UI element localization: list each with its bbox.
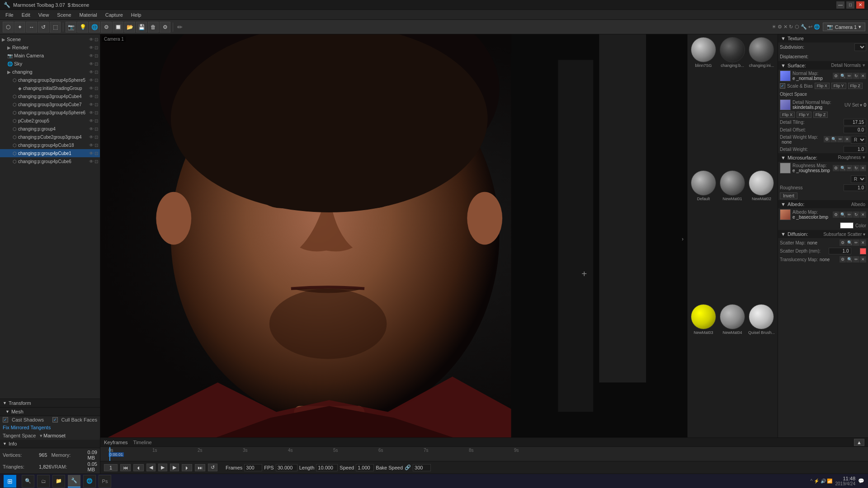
- eye-icon[interactable]: 👁: [89, 110, 94, 115]
- taskbar-marmoset[interactable]: 🔧: [68, 475, 80, 488]
- vis-icon[interactable]: ⊡: [94, 151, 98, 156]
- eye-icon[interactable]: 👁: [89, 37, 94, 42]
- viewport[interactable]: + Camera 1 ›: [100, 34, 687, 437]
- toolbar-btn-13[interactable]: 🗑: [148, 22, 159, 33]
- detail-weight-input[interactable]: [844, 146, 866, 153]
- mat-sphere-newmat03[interactable]: [691, 304, 716, 329]
- eye-icon[interactable]: 👁: [89, 61, 94, 66]
- skip-end-btn[interactable]: ⏭: [195, 464, 205, 471]
- bake-speed-input[interactable]: [413, 464, 431, 471]
- mat-sphere-newmat02[interactable]: [749, 170, 774, 196]
- fix-mirrored-row[interactable]: Fix Mirrored Tangents: [0, 423, 100, 432]
- normal-reload-btn[interactable]: ↻: [853, 73, 859, 79]
- frames-input[interactable]: 300: [244, 464, 262, 471]
- length-input[interactable]: [316, 464, 338, 471]
- vis-icon[interactable]: ⊡: [94, 127, 98, 131]
- play-btn[interactable]: ▶: [158, 464, 167, 471]
- albedo-section-header[interactable]: ▼ Albedo: Albedo: [778, 200, 868, 208]
- roughness-settings-btn[interactable]: ⚙: [833, 165, 839, 171]
- scatter-depth-input[interactable]: [829, 248, 851, 254]
- albedo-color-swatch[interactable]: [840, 222, 854, 229]
- cast-shadows-checkbox[interactable]: [3, 417, 8, 422]
- translucency-clear-btn[interactable]: ✕: [860, 256, 866, 263]
- tree-item-pcube2[interactable]: ⬡ pCube2:group5 👁 ⊡: [0, 117, 100, 125]
- timeline-expand-btn[interactable]: ▲: [854, 439, 864, 446]
- tree-item-sky[interactable]: 🌐 Sky 👁 ⊡: [0, 60, 100, 68]
- detail-normal-swatch[interactable]: [780, 99, 791, 110]
- tree-item-cube18[interactable]: ⬡ changing:p:group4pCube18 👁 ⊡: [0, 141, 100, 149]
- toolbar-btn-6[interactable]: 📷: [66, 22, 76, 33]
- vis-icon[interactable]: ⊡: [94, 78, 98, 83]
- eye-icon[interactable]: 👁: [89, 78, 94, 83]
- vis-icon[interactable]: ⊡: [94, 37, 98, 42]
- toolbar-btn-5[interactable]: ⬚: [50, 22, 61, 33]
- prev-frame-btn[interactable]: ⏴: [133, 464, 144, 471]
- texture-section-header[interactable]: ▼ Texture: [778, 34, 868, 42]
- flip-z-btn[interactable]: Flip Z: [848, 83, 863, 89]
- roughness-pick-btn[interactable]: 🔍: [840, 165, 846, 171]
- vis-icon[interactable]: ⊡: [94, 110, 98, 115]
- mat-sphere-quisel[interactable]: [749, 304, 774, 329]
- eye-icon[interactable]: 👁: [89, 151, 94, 156]
- scatter-pick-btn[interactable]: 🔍: [846, 239, 853, 246]
- detail-flip-x-btn[interactable]: Flip X: [780, 112, 795, 118]
- scatter-edit-btn[interactable]: ✏: [853, 239, 859, 246]
- uv-set-label[interactable]: UV Set ▾: [844, 103, 862, 108]
- weight-settings-btn[interactable]: ⚙: [824, 136, 830, 142]
- weight-clear-btn[interactable]: ✕: [844, 136, 850, 142]
- mat-item-blinn[interactable]: blinn7SG: [689, 36, 717, 169]
- notification-btn[interactable]: 💬: [858, 478, 864, 484]
- taskbar-files[interactable]: 📁: [52, 475, 65, 488]
- skip-start-btn[interactable]: ⏮: [120, 464, 131, 471]
- tree-item-sphere5[interactable]: ⬡ changing:group3group4pSphere5 👁 ⊡: [0, 76, 100, 84]
- eye-icon[interactable]: 👁: [89, 127, 94, 131]
- tree-item-cube1[interactable]: ⬡ changing:p:group4pCube1 👁 ⊡: [0, 149, 100, 157]
- start-button[interactable]: ⊞: [4, 475, 16, 488]
- tree-item-render[interactable]: ▶ Render 👁 ⊡: [0, 43, 100, 52]
- detail-tiling-input[interactable]: [844, 119, 866, 126]
- mat-sphere-changingini[interactable]: [749, 37, 774, 62]
- surface-section-header[interactable]: ▼ Surface: Detail Normals ▾: [778, 61, 868, 70]
- microsurface-section-header[interactable]: ▼ Microsurface: Roughness ▾: [778, 153, 868, 162]
- camera-selector[interactable]: 📷 Camera 1 ▾: [823, 23, 865, 31]
- eye-icon[interactable]: 👁: [89, 86, 94, 91]
- eye-icon[interactable]: 👁: [89, 143, 94, 148]
- diffusion-section-header[interactable]: ▼ Diffusion: Subsurface Scatter ▾: [778, 230, 868, 238]
- eye-icon[interactable]: 👁: [89, 94, 94, 99]
- detail-flip-z-btn[interactable]: Flip Z: [813, 112, 828, 118]
- vis-icon[interactable]: ⊡: [94, 45, 98, 50]
- vis-icon[interactable]: ⊡: [94, 53, 98, 58]
- eye-icon[interactable]: 👁: [89, 45, 94, 50]
- toolbar-btn-8[interactable]: 🌐: [89, 22, 100, 33]
- step-back-btn[interactable]: ◀: [146, 464, 156, 471]
- mat-item-newmat04[interactable]: NewMat04: [718, 303, 746, 436]
- invert-button[interactable]: Invert: [780, 192, 797, 199]
- mat-item-newmat03[interactable]: NewMat03: [689, 303, 717, 436]
- normal-settings-btn[interactable]: ⚙: [833, 73, 839, 79]
- frame-input-btn[interactable]: 1: [104, 464, 118, 471]
- tree-item-sphere6[interactable]: ⬡ changing:group3group4pSphere6 👁 ⊡: [0, 108, 100, 117]
- vis-icon[interactable]: ⊡: [94, 102, 98, 107]
- mat-sphere-newmat04[interactable]: [720, 304, 745, 329]
- normal-map-swatch[interactable]: [780, 70, 791, 81]
- vis-icon[interactable]: ⊡: [94, 94, 98, 99]
- surface-dropdown[interactable]: ▾: [863, 62, 865, 68]
- mat-sphere-default[interactable]: [691, 170, 716, 196]
- vis-icon[interactable]: ⊡: [94, 159, 98, 164]
- loop-btn[interactable]: ↺: [208, 464, 217, 471]
- albedo-reload-btn[interactable]: ↻: [853, 211, 859, 218]
- translucency-pick-btn[interactable]: 🔍: [846, 256, 853, 263]
- detail-offset-input[interactable]: [844, 127, 866, 133]
- vis-icon[interactable]: ⊡: [94, 61, 98, 66]
- vis-icon[interactable]: ⊡: [94, 86, 98, 91]
- toolbar-btn-1[interactable]: ⬡: [3, 22, 14, 33]
- toolbar-btn-12[interactable]: 💾: [136, 22, 147, 33]
- mat-item-changingini[interactable]: changing:ini...: [747, 36, 776, 169]
- vis-icon[interactable]: ⊡: [94, 135, 98, 140]
- translucency-settings-btn[interactable]: ⚙: [840, 256, 846, 263]
- menu-file[interactable]: File: [2, 11, 17, 19]
- tree-item-cube7[interactable]: ⬡ changing:group3group4pCube7 👁 ⊡: [0, 100, 100, 108]
- mat-sphere-newmat01[interactable]: [720, 170, 745, 196]
- step-fwd-btn[interactable]: ▶: [170, 464, 179, 471]
- menu-capture[interactable]: Capture: [102, 11, 127, 19]
